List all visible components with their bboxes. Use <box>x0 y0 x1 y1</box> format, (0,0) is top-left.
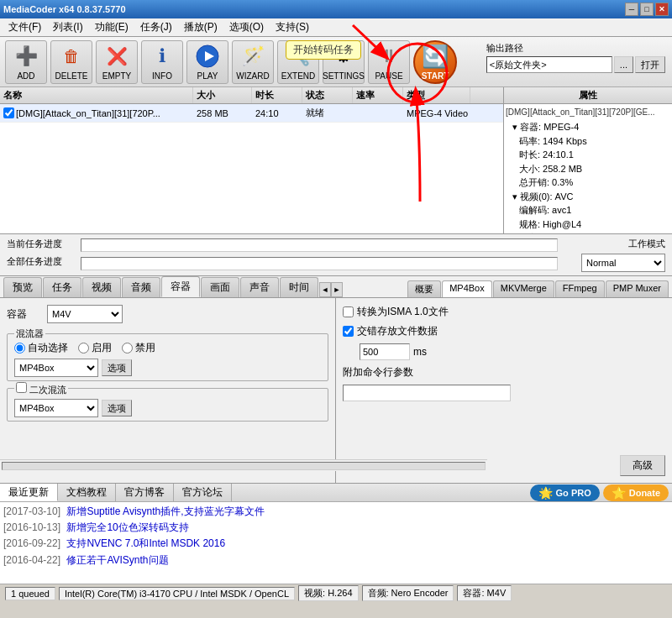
news-text-3: 修正若干AVISynth问题 <box>66 554 168 566</box>
pause-label: PAUSE <box>375 71 402 81</box>
play-button[interactable]: PLAY <box>186 40 228 84</box>
tab-container[interactable]: 容器 <box>161 276 200 297</box>
isma-checkbox[interactable] <box>343 306 354 317</box>
tab-overview[interactable]: 概要 <box>407 280 441 297</box>
open-button[interactable]: 打开 <box>635 56 665 73</box>
file-checkbox[interactable] <box>3 107 14 118</box>
container-select[interactable]: M4V MP4 MKV <box>47 305 123 323</box>
radio-enable[interactable]: 启用 <box>78 341 112 355</box>
empty-label: EMPTY <box>102 71 131 81</box>
news-item-1[interactable]: [2016-10-13] 新增完全10位色深转码支持 <box>3 520 669 536</box>
pause-button[interactable]: ⏸ PAUSE <box>368 40 410 84</box>
header-status: 状态 <box>302 87 353 103</box>
go-pro-button[interactable]: 🌟 Go PRO <box>530 484 600 501</box>
delete-icon: 🗑 <box>58 43 85 70</box>
news-tab-blog[interactable]: 官方博客 <box>116 484 174 501</box>
progress-labels: 当前任务进度 全部任务进度 <box>7 238 74 268</box>
properties-header: 属性 <box>504 87 672 104</box>
tab-nav-prev[interactable]: ◄ <box>319 282 331 297</box>
mixer-group-title: 混流器 <box>14 327 45 340</box>
info-button[interactable]: ℹ INFO <box>141 40 183 84</box>
interleave-row: 交错存放文件数据 <box>343 324 665 338</box>
tab-mp4box[interactable]: MP4Box <box>442 280 492 297</box>
tab-preview[interactable]: 预览 <box>3 277 42 297</box>
tab-time[interactable]: 时间 <box>280 277 318 297</box>
maximize-button[interactable]: □ <box>640 3 654 16</box>
radio-auto[interactable]: 自动选择 <box>14 341 68 355</box>
properties-content: [DMG][Attack_on_Titan][31][720P][GE... ▾… <box>504 104 672 233</box>
menu-item-list[interactable]: 列表(I) <box>48 18 87 36</box>
delete-button[interactable]: 🗑 DELETE <box>50 40 92 84</box>
interleave-checkbox[interactable] <box>343 326 354 337</box>
total-progress-bar <box>81 257 558 270</box>
menu-item-function[interactable]: 功能(E) <box>90 18 134 36</box>
wizard-button[interactable]: 🪄 WIZARD <box>232 40 274 84</box>
menu-item-support[interactable]: 支持(S) <box>270 18 314 36</box>
news-item-2[interactable]: [2016-09-22] 支持NVENC 7.0和Intel MSDK 2016 <box>3 536 669 552</box>
add-label: ADD <box>17 71 34 81</box>
secondary-group: 二次混流 MP4Box 选项 <box>7 388 328 422</box>
news-tab-docs[interactable]: 文档教程 <box>58 484 116 501</box>
minimize-button[interactable]: ─ <box>625 3 638 16</box>
radio-disable[interactable]: 禁用 <box>122 341 155 355</box>
news-date-1: [2016-10-13] <box>3 521 60 533</box>
tab-ffmpeg[interactable]: FFmpeg <box>555 280 605 297</box>
advanced-button[interactable]: 高级 <box>620 455 665 476</box>
isma-row: 转换为ISMA 1.0文件 <box>343 305 665 319</box>
news-item-3[interactable]: [2016-04-22] 修正若干AVISynth问题 <box>3 553 669 568</box>
tab-sound[interactable]: 声音 <box>240 277 279 297</box>
delete-label: DELETE <box>55 71 88 81</box>
left-panel: 容器 M4V MP4 MKV 混流器 自动选择 启用 禁用 <box>0 298 336 483</box>
add-icon: ➕ <box>13 43 39 70</box>
menu-item-task[interactable]: 任务(J) <box>135 18 177 36</box>
tab-mkvmerge[interactable]: MKVMerge <box>493 280 554 297</box>
file-list-section: 名称 大小 时长 状态 速率 类型 [DMG][Attack_on_Titan]… <box>0 87 672 234</box>
output-label: 输出路径 <box>486 42 665 55</box>
tab-picture[interactable]: 画面 <box>201 277 239 297</box>
news-content: [2017-03-10] 新增Suptitle Avisynth插件,支持蓝光字… <box>0 502 672 584</box>
browse-button[interactable]: ... <box>614 56 633 73</box>
close-button[interactable]: ✕ <box>655 3 669 16</box>
news-section: 最近更新 文档教程 官方博客 官方论坛 🌟 Go PRO ⭐ Donate [2… <box>0 483 672 584</box>
properties-panel: 属性 [DMG][Attack_on_Titan][31][720P][GE..… <box>504 87 672 233</box>
add-button[interactable]: ➕ ADD <box>5 40 47 84</box>
mixer-select[interactable]: MP4Box FFmpeg <box>14 359 98 377</box>
extend-label: EXTEND <box>281 71 316 81</box>
tab-video[interactable]: 视频 <box>82 277 121 297</box>
news-text-0: 新增Suptitle Avisynth插件,支持蓝光字幕文件 <box>66 505 264 517</box>
start-button[interactable]: 🔄 START <box>413 40 457 84</box>
empty-button[interactable]: ❌ EMPTY <box>96 40 138 84</box>
secondary-options-button[interactable]: 选项 <box>102 400 132 416</box>
container-row: 容器 M4V MP4 MKV <box>7 305 328 323</box>
news-tab-forum[interactable]: 官方论坛 <box>174 484 232 501</box>
work-mode-label: 工作模式 <box>628 238 665 250</box>
tab-nav-next[interactable]: ► <box>331 282 343 297</box>
work-mode-select[interactable]: Normal Fast Slow <box>581 254 665 272</box>
news-tab-updates[interactable]: 最近更新 <box>0 484 58 501</box>
secondary-select[interactable]: MP4Box <box>14 399 98 417</box>
file-type-cell: MPEG-4 Video <box>403 107 470 120</box>
tab-pmp-muxer[interactable]: PMP Muxer <box>606 280 669 297</box>
menu-item-file[interactable]: 文件(F) <box>3 18 46 36</box>
news-text-2: 支持NVENC 7.0和Intel MSDK 2016 <box>66 537 225 549</box>
tab-task[interactable]: 任务 <box>43 277 81 297</box>
mixer-options-button[interactable]: 选项 <box>102 359 132 376</box>
container-label: 容器 <box>7 307 40 322</box>
start-label: START <box>422 71 449 81</box>
donate-button[interactable]: ⭐ Donate <box>603 484 669 501</box>
menu-bar: 文件(F) 列表(I) 功能(E) 任务(J) 播放(P) 选项(O) 支持(S… <box>0 18 672 37</box>
menu-item-options[interactable]: 选项(O) <box>224 18 269 36</box>
header-size: 大小 <box>193 87 252 103</box>
tab-audio[interactable]: 音频 <box>122 277 160 297</box>
output-path-input[interactable] <box>486 56 612 73</box>
secondary-checkbox[interactable] <box>16 382 27 393</box>
left-tabs: 预览 任务 视频 音频 容器 画面 声音 时间 ◄ ► <box>3 276 343 297</box>
news-item-0[interactable]: [2017-03-10] 新增Suptitle Avisynth插件,支持蓝光字… <box>3 504 669 520</box>
menu-item-play[interactable]: 播放(P) <box>179 18 223 36</box>
cmd-input[interactable] <box>343 385 511 401</box>
interleave-input[interactable] <box>360 343 410 360</box>
status-cpu: Intel(R) Core(TM) i3-4170 CPU / Intel MS… <box>59 587 295 600</box>
table-row[interactable]: [DMG][Attack_on_Titan][31][720P... 258 M… <box>0 104 503 123</box>
mixer-select-row: MP4Box FFmpeg 选项 <box>14 359 321 377</box>
header-rate: 速率 <box>353 87 403 103</box>
